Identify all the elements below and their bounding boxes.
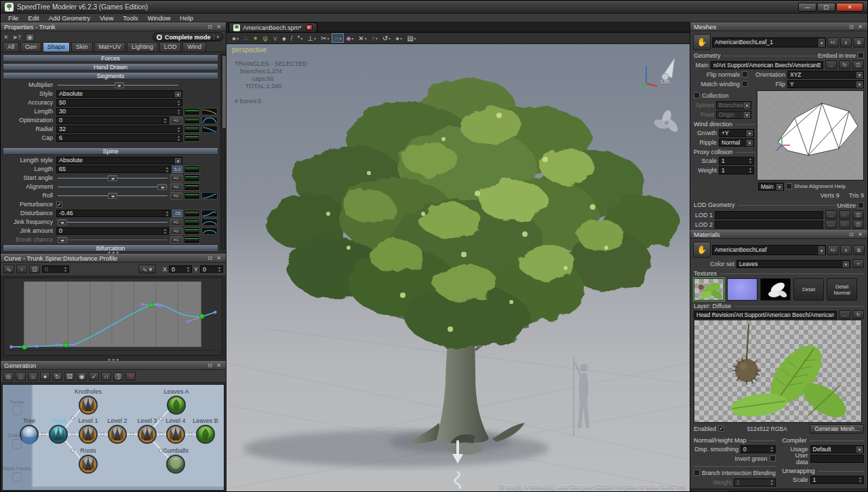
node-knotholes[interactable] [79, 396, 97, 414]
season-icon[interactable]: Ⓢ [113, 372, 123, 381]
enabled-checkbox[interactable]: ✓ [718, 425, 724, 432]
close-panel-icon[interactable]: ✕ [215, 24, 222, 31]
spinner-icon[interactable]: ▲▼ [770, 479, 774, 486]
menu-help[interactable]: Help [175, 14, 198, 22]
user-data-input[interactable] [810, 455, 865, 463]
section-spine[interactable]: Spine [3, 147, 218, 155]
menu-file[interactable]: File [3, 14, 23, 22]
flip-normals-checkbox[interactable] [742, 71, 748, 77]
jink-amount-input[interactable]: 0▲▼ [56, 227, 169, 235]
spine-length-profile-preview[interactable] [184, 166, 200, 173]
cap-input[interactable]: 6▲▼ [56, 134, 182, 142]
plus-minus-button[interactable]: +/- [170, 192, 182, 200]
material-plus-minus-button[interactable]: +/- [827, 245, 839, 255]
spinner-icon[interactable]: ▲▼ [165, 210, 170, 217]
spinner-icon[interactable]: ▲▼ [748, 167, 753, 174]
roll-curve-preview[interactable] [201, 192, 218, 200]
mesh-plus-minus-button[interactable]: +/- [827, 37, 839, 48]
document-tab[interactable]: AmericanBeech.spm* ✕ [229, 22, 317, 32]
radial-curve-preview[interactable] [201, 126, 218, 133]
node-leaves-b[interactable] [197, 425, 214, 443]
viewport-3d[interactable]: perspective TRIANGLES - SELECTED branche… [226, 44, 690, 492]
tab-skin[interactable]: Skin [71, 42, 93, 52]
export-icon[interactable]: ◫ [852, 220, 864, 229]
spinner-icon[interactable]: ▲▼ [176, 135, 181, 142]
spines-dropdown[interactable]: Branches▼ [716, 101, 751, 109]
diffuse-preview[interactable] [694, 320, 862, 423]
ripple-dropdown[interactable]: Normal▼ [719, 138, 754, 147]
frond-tool-icon[interactable]: / [289, 33, 295, 43]
branch-intersection-checkbox[interactable] [694, 470, 700, 476]
light-direction-icon[interactable] [662, 58, 675, 80]
jink-amount-curve-preview[interactable] [201, 227, 218, 235]
break-chance-slider[interactable]: ◂▸ [56, 236, 169, 244]
spinner-icon[interactable]: ▲▼ [217, 266, 222, 273]
optimization-input[interactable]: 0▲▼ [56, 117, 169, 124]
orientation-dropdown[interactable]: XYZ▼ [787, 71, 864, 79]
jink-frequency-curve-preview[interactable] [201, 219, 218, 226]
length-input[interactable]: 30▲▼ [56, 108, 182, 115]
invert-green-checkbox[interactable] [770, 455, 776, 461]
spinner-icon[interactable]: ▲▼ [63, 266, 68, 273]
tab-shape[interactable]: Shape [43, 42, 70, 52]
preview-main-dropdown[interactable]: Main▼ [758, 183, 784, 191]
browse-button[interactable]: ... [825, 60, 837, 69]
add-material-button[interactable]: ± [840, 245, 852, 255]
loop-icon[interactable]: ↻ [52, 372, 62, 381]
group-icon[interactable]: ▩ [16, 372, 26, 381]
alpha-texture-thumb[interactable] [760, 278, 791, 301]
bib-weight-input[interactable]: 2▲▼ [734, 478, 776, 487]
browse-button[interactable]: ... [839, 310, 850, 319]
ungroup-icon[interactable]: ▣ [28, 372, 38, 381]
match-winding-checkbox[interactable] [742, 81, 748, 87]
unitize-checkbox[interactable] [858, 202, 864, 208]
perturbance-checkbox[interactable]: ✓ [56, 202, 62, 208]
start-angle-profile-preview[interactable] [184, 174, 200, 182]
menu-window[interactable]: Window [143, 14, 176, 22]
cut-tool-icon[interactable]: ✕▾ [356, 33, 368, 43]
show-alignment-checkbox[interactable] [786, 183, 792, 189]
export-icon[interactable]: ◫ [852, 60, 864, 69]
board-tool-icon[interactable]: ▤▾ [405, 33, 418, 43]
plus-minus-button[interactable]: +/- [170, 227, 182, 235]
sphere-icon[interactable]: ● [40, 372, 50, 381]
roll-profile-preview[interactable] [184, 192, 200, 200]
node-roots[interactable] [79, 455, 97, 473]
node-level-1[interactable] [79, 425, 97, 443]
diffuse-path-field[interactable]: Head Revision/Art Support/American Beech… [694, 311, 837, 319]
generate-mesh-button[interactable]: Generate Mesh... [810, 424, 864, 434]
radial-input[interactable]: 32▲▼ [56, 126, 182, 133]
radial-profile-preview[interactable] [184, 126, 200, 133]
curve-mode-dropdown[interactable]: ▾ [16, 265, 27, 273]
visibility-eye-icon[interactable]: ◉ [77, 372, 87, 381]
node-leaves-a[interactable] [167, 396, 185, 414]
spinner-icon[interactable]: ▲▼ [163, 228, 167, 235]
diffuse-texture-thumb[interactable] [694, 278, 724, 301]
tab-lod[interactable]: LOD [159, 42, 182, 52]
reload-icon[interactable]: ↻ [852, 310, 864, 319]
minimize-button[interactable]: — [798, 3, 816, 12]
growth-dropdown[interactable]: +Y▼ [719, 129, 754, 137]
flip-dropdown[interactable]: Y▼ [787, 80, 864, 88]
main-mesh-path-field[interactable]: n/Art Support/American Beech/AmericanBee… [711, 61, 823, 69]
spinner-icon[interactable]: ▲▼ [770, 446, 774, 453]
grass-tool-icon[interactable]: ψ [261, 33, 270, 43]
lod1-path-field[interactable] [715, 211, 823, 219]
disp-smoothing-input[interactable]: 0▲▼ [741, 445, 776, 453]
sphere-tool-icon[interactable]: ●▾ [393, 33, 404, 43]
undo-loop-tool-icon[interactable]: ↺▾ [380, 33, 393, 43]
float-panel-icon[interactable]: ⊡ [848, 24, 855, 31]
close-panel-icon[interactable]: ✕ [215, 255, 222, 262]
curve-weight-input[interactable]: 0▲▼ [42, 265, 69, 273]
copy-mesh-button[interactable]: ⧉ [853, 37, 865, 48]
scale-input[interactable]: 1▲▼ [719, 157, 754, 165]
eye-icon[interactable]: ◉ [25, 33, 35, 41]
node-gumballs[interactable] [167, 455, 184, 473]
curve-shape-button[interactable]: ∿ ▾ [138, 265, 156, 273]
spinner-icon[interactable]: ▲▼ [176, 126, 181, 133]
grab-hand-icon[interactable]: ✋ [693, 242, 711, 258]
mesh-preview[interactable] [757, 90, 864, 181]
spinner-icon[interactable]: ▲▼ [858, 476, 863, 483]
material-select-dropdown[interactable]: AmericanBeechLeaf▼ [712, 245, 826, 255]
menu-tools[interactable]: Tools [118, 14, 142, 22]
